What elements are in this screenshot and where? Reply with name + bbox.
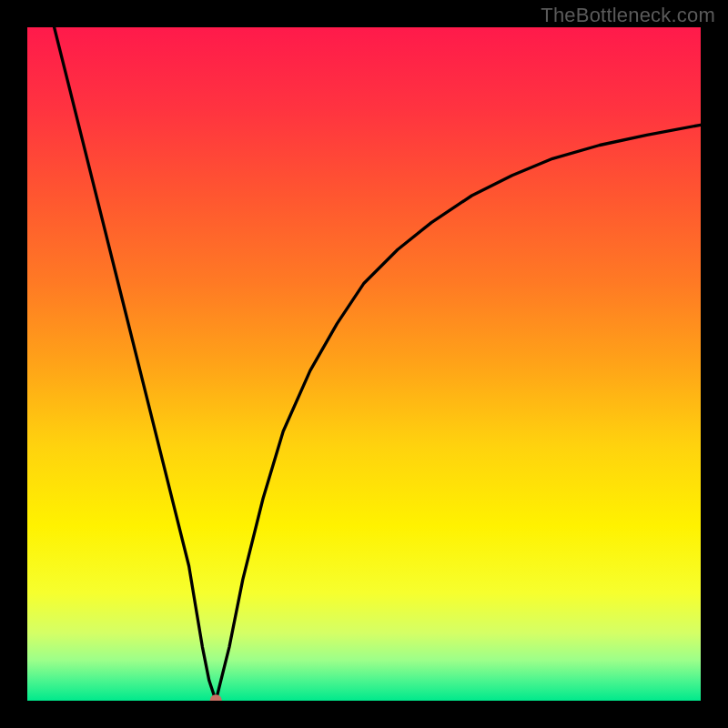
chart-plot-area xyxy=(27,27,701,701)
chart-svg xyxy=(27,27,701,701)
chart-background xyxy=(27,27,701,701)
watermark-text: TheBottleneck.com xyxy=(541,4,715,27)
